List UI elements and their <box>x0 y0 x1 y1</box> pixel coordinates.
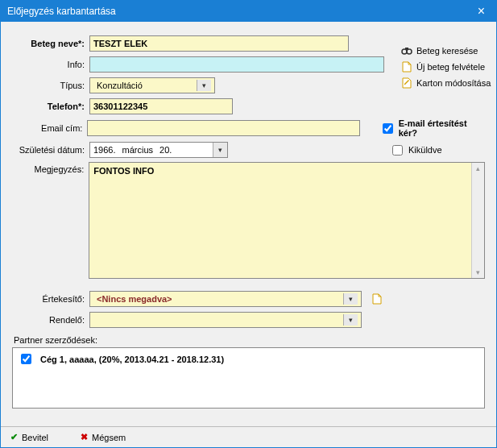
window-title: Előjegyzés karbantartása <box>7 6 116 17</box>
office-combo[interactable]: ▾ <box>89 312 362 328</box>
chevron-down-icon[interactable]: ▾ <box>197 80 211 91</box>
search-patient-label: Beteg keresése <box>416 46 478 56</box>
cancel-button[interactable]: ✖ Mégsem <box>81 432 126 442</box>
memo-scrollbar[interactable]: ▴ ▾ <box>471 163 484 278</box>
cross-icon: ✖ <box>81 432 88 442</box>
birthdate-picker[interactable]: 1966. március 20. ▾ <box>89 142 228 158</box>
partner-text: Cég 1, aaaaa, (20%, 2013.04.21 - 2018.12… <box>40 355 224 364</box>
edit-card-label: Karton módosítása <box>416 78 491 88</box>
info-input[interactable] <box>89 56 384 73</box>
partner-row[interactable]: Cég 1, aaaaa, (20%, 2013.04.21 - 2018.12… <box>18 351 479 367</box>
phone-input[interactable] <box>89 98 233 114</box>
search-patient-link[interactable]: Beteg keresése <box>401 45 491 56</box>
sent-label: Kiküldve <box>408 145 442 155</box>
scroll-up-icon[interactable]: ▴ <box>476 164 480 172</box>
label-note: Megjegyzés: <box>12 162 89 174</box>
birth-month: március <box>119 145 157 155</box>
note-memo[interactable]: FONTOS INFO ▴ ▾ <box>89 162 485 279</box>
label-type: Típus: <box>12 81 89 90</box>
sent-checkbox[interactable] <box>392 145 403 156</box>
cancel-label: Mégsem <box>92 433 126 442</box>
seller-new-icon[interactable] <box>371 293 383 305</box>
new-page-icon <box>401 61 412 73</box>
binoculars-icon <box>401 45 412 56</box>
email-input[interactable] <box>87 120 359 136</box>
svg-rect-2 <box>405 48 408 50</box>
calendar-icon[interactable]: ▾ <box>213 143 227 157</box>
type-combo[interactable]: Konzultáció ▾ <box>89 77 215 93</box>
ok-label: Bevitel <box>22 433 48 442</box>
scroll-down-icon[interactable]: ▾ <box>476 268 480 276</box>
new-patient-label: Új beteg felvétele <box>416 62 485 72</box>
side-actions: Beteg keresése Új beteg felvétele Karton… <box>401 45 491 89</box>
patient-name-input[interactable] <box>89 35 349 52</box>
label-patient-name: Beteg neve*: <box>12 39 89 48</box>
footer-bar: ✔ Bevitel ✖ Mégsem <box>1 426 496 447</box>
new-patient-link[interactable]: Új beteg felvétele <box>401 61 491 73</box>
seller-combo[interactable]: <Nincs megadva> ▾ <box>89 291 362 307</box>
note-text: FONTOS INFO <box>89 163 484 179</box>
partner-checkbox[interactable] <box>21 354 31 364</box>
title-bar: Előjegyzés karbantartása × <box>1 1 496 22</box>
email-notify-label: E-mail értesítést kér? <box>399 118 485 138</box>
seller-combo-text: <Nincs megadva> <box>93 294 343 304</box>
check-icon: ✔ <box>10 432 18 442</box>
type-combo-text: Konzultáció <box>93 81 197 90</box>
edit-page-icon <box>401 77 412 89</box>
birth-day: 20. <box>156 145 175 155</box>
email-notify-checkbox[interactable] <box>383 123 393 134</box>
chevron-down-icon[interactable]: ▾ <box>343 293 358 305</box>
label-info: Info: <box>12 60 89 69</box>
label-partners: Partner szerződések: <box>14 335 485 345</box>
edit-card-link[interactable]: Karton módosítása <box>401 77 491 89</box>
label-phone: Telefon*: <box>12 102 89 111</box>
chevron-down-icon[interactable]: ▾ <box>343 314 358 326</box>
label-seller: Értekesítő: <box>12 294 89 304</box>
label-email: Email cím: <box>12 123 87 133</box>
close-icon[interactable]: × <box>473 4 490 19</box>
ok-button[interactable]: ✔ Bevitel <box>10 432 48 442</box>
partners-list: Cég 1, aaaaa, (20%, 2013.04.21 - 2018.12… <box>12 347 485 409</box>
label-office: Rendelő: <box>12 315 89 325</box>
birth-year: 1966. <box>90 145 119 155</box>
label-birthdate: Születési dátum: <box>12 145 89 155</box>
form-body: Beteg keresése Új beteg felvétele Karton… <box>1 22 496 426</box>
